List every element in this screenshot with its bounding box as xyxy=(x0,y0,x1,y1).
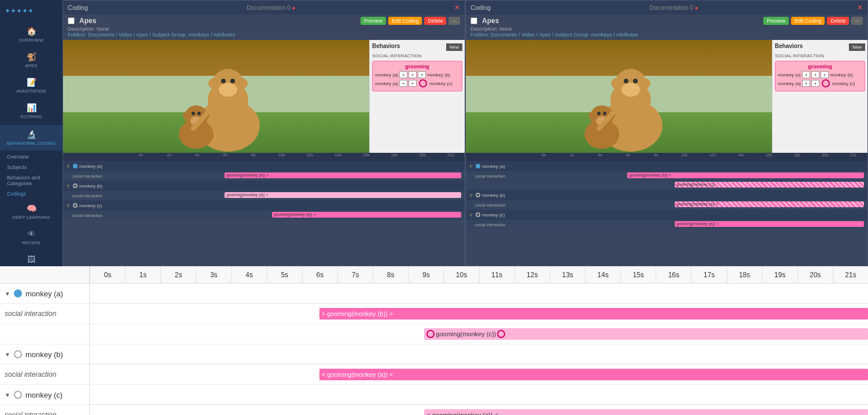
right-tl-behavior-a-social: social interaction gooming(monkey (b)) > xyxy=(466,171,867,181)
time-ruler-marks: 0s 1s 2s 3s 4s 5s 6s 7s 8s 9s 10s 11s 12… xyxy=(90,266,868,283)
right-checkbox[interactable] xyxy=(470,17,477,24)
right-btn-plus-4[interactable]: + xyxy=(802,80,810,87)
right-more-btn[interactable]: ··· xyxy=(851,17,863,25)
left-close-button[interactable]: ✕ xyxy=(454,3,460,12)
time-11s: 11s xyxy=(479,266,514,283)
btm-monkey-b-text: monkey (b) xyxy=(25,350,63,359)
btm-social-label-c: social interaction xyxy=(5,411,56,415)
bottom-section: 0s 1s 2s 3s 4s 5s 6s 7s 8s 9s 10s 11s 12… xyxy=(0,266,868,415)
left-btn-plus-5[interactable]: + xyxy=(409,80,417,87)
left-desc: Description: None xyxy=(68,26,460,32)
btm-bar-a-grooming-c: gooming(monkey (c)) xyxy=(424,328,868,340)
submenu-subjects[interactable]: Subjects xyxy=(0,162,62,172)
btm-social-label-b: social interaction xyxy=(5,370,56,379)
right-tl-rows: ▼ monkey (a) social interaction gooming(… xyxy=(466,161,867,229)
sidebar-label-behavioral: BEHAVIORAL CODING xyxy=(7,141,56,146)
time-2s: 2s xyxy=(160,266,196,283)
left-tl-rows: ▼ monkey (a) social interaction gooming(… xyxy=(63,161,465,220)
sidebar-item-overview[interactable]: 🏠 OVERVIEW xyxy=(0,22,62,47)
time-19s: 19s xyxy=(762,266,797,283)
left-monkey-a-label: monkey (a) xyxy=(375,72,398,78)
sidebar-item-scoring[interactable]: 📊 SCORING xyxy=(0,98,62,124)
btm-subject-label-c: ▼ monkey (c) xyxy=(5,391,62,399)
btm-behavior-row-a-c: gooming(monkey (c)) xyxy=(0,324,868,344)
right-tl-subject-b: ▼ monkey (b) xyxy=(466,190,867,200)
btm-behavior-row-c: social interaction < gooming(monkey (a))… xyxy=(0,405,868,415)
right-monkey-c-label: monkey (c) xyxy=(832,81,855,86)
svg-point-4 xyxy=(208,78,219,89)
right-grooming-label: grooming xyxy=(778,64,862,69)
chevron-b: ▼ xyxy=(5,351,10,358)
right-tl-bar-area-b xyxy=(529,190,867,200)
right-tl-bar-a-social2: gooming(monkey (c)) xyxy=(529,180,867,190)
sidebar-item-apes[interactable]: 🐒 APES xyxy=(0,47,62,73)
right-timeline-area: 0s 2s 4s 6s 8s 10s 12s 14s 16s 18s 20s 2… xyxy=(466,153,867,266)
radio-a[interactable] xyxy=(14,289,22,298)
left-checkbox[interactable] xyxy=(68,17,75,24)
btm-bars-area-b xyxy=(90,344,868,364)
submenu-behaviors[interactable]: Behaviors and Categories xyxy=(0,172,62,189)
svg-point-21 xyxy=(624,79,628,83)
time-9s: 9s xyxy=(408,266,443,283)
svg-point-26 xyxy=(589,112,595,119)
sidebar-item-behavioral-coding[interactable]: 🔬 BEHAVIORAL CODING xyxy=(0,125,62,150)
left-more-btn[interactable]: ··· xyxy=(448,17,460,25)
time-7s: 7s xyxy=(337,266,373,283)
right-btn-plus-2[interactable]: + xyxy=(811,71,819,78)
left-delete-btn[interactable]: Delete xyxy=(424,17,446,25)
review-icon: 👁 xyxy=(27,229,35,238)
btm-subject-label-b: ▼ monkey (b) xyxy=(5,350,63,359)
right-preview-btn[interactable]: Preview xyxy=(763,17,789,25)
right-circle-indicator xyxy=(822,79,830,87)
left-tl-behavior-c-social: social interaction gooming(monkey (a)) < xyxy=(63,211,465,220)
left-panel-title: Coding xyxy=(68,4,88,11)
btm-bars-a-b: > gooming(monkey (b)) > xyxy=(90,304,868,324)
right-behaviors-add-btn[interactable]: New xyxy=(849,43,865,51)
sidebar-item-review[interactable]: 👁 REVIEW xyxy=(0,225,62,250)
right-delete-btn[interactable]: Delete xyxy=(827,17,849,25)
radio-b[interactable] xyxy=(14,350,22,358)
left-grooming-label: grooming xyxy=(375,64,459,69)
left-btn-plus-2[interactable]: + xyxy=(409,71,417,78)
sidebar-item-deep-learning[interactable]: 🧠 DEEP LEARNING xyxy=(0,199,62,225)
radio-c[interactable] xyxy=(14,391,22,399)
btm-subject-row-b: ▼ monkey (b) xyxy=(0,344,868,365)
right-doc-badge: Documentation 0 ● xyxy=(649,5,698,11)
right-monkey-a-label: monkey (a) xyxy=(778,72,801,78)
time-20s: 20s xyxy=(797,266,833,283)
right-btn-plus-1[interactable]: + xyxy=(802,71,810,78)
time-5s: 5s xyxy=(267,266,302,283)
right-tl-behavior-label-c: social interaction xyxy=(466,223,529,227)
right-edit-btn[interactable]: Edit Coding xyxy=(791,17,825,25)
behavioral-icon: 🔬 xyxy=(27,130,36,139)
left-btn-plus-3[interactable]: + xyxy=(418,71,426,78)
left-btn-plus-4[interactable]: + xyxy=(399,80,407,87)
right-btn-plus-5[interactable]: + xyxy=(811,80,819,87)
right-bar-b-grooming: gooming(monkey (a)) < xyxy=(675,201,864,207)
left-btn-plus-1[interactable]: + xyxy=(399,71,407,78)
left-panel-buttons: Preview Edit Coding Delete ··· xyxy=(361,17,460,25)
submenu-overview[interactable]: Overview xyxy=(0,152,62,162)
right-btn-plus-3[interactable]: + xyxy=(821,71,829,78)
left-preview-btn[interactable]: Preview xyxy=(361,17,386,25)
right-tl-behavior-c-social: social interaction gooming(monkey (a)) < xyxy=(466,220,867,229)
submenu-codings[interactable]: Codings xyxy=(0,189,62,199)
svg-point-7 xyxy=(230,79,235,83)
chevron-a: ▼ xyxy=(5,291,10,297)
time-10s: 10s xyxy=(443,266,479,283)
circle-left xyxy=(426,330,435,338)
left-behaviors-panel: Behaviors New SOCIAL INTERACTION groomin… xyxy=(369,40,465,153)
ruler-spacer xyxy=(0,266,90,283)
svg-point-6 xyxy=(221,79,226,83)
left-behaviors-add-btn[interactable]: New xyxy=(446,43,462,51)
left-edit-btn[interactable]: Edit Coding xyxy=(388,17,422,25)
apes-icon: 🐒 xyxy=(27,52,36,61)
right-close-button[interactable]: ✕ xyxy=(857,3,863,12)
sidebar-item-annotation[interactable]: 📝 ANNOTATION xyxy=(0,73,62,98)
left-tl-bar-area-a xyxy=(127,161,465,171)
left-behavior-row-2: monkey (a) + + monkey (c) xyxy=(375,79,459,87)
left-tl-bar-c-social: gooming(monkey (a)) < xyxy=(127,210,465,221)
left-bar-a-grooming: gooming(monkey (b)) > xyxy=(225,172,461,178)
left-tl-behavior-label-c: social interaction xyxy=(63,214,127,218)
btm-label-a: ▼ monkey (a) xyxy=(0,284,90,303)
